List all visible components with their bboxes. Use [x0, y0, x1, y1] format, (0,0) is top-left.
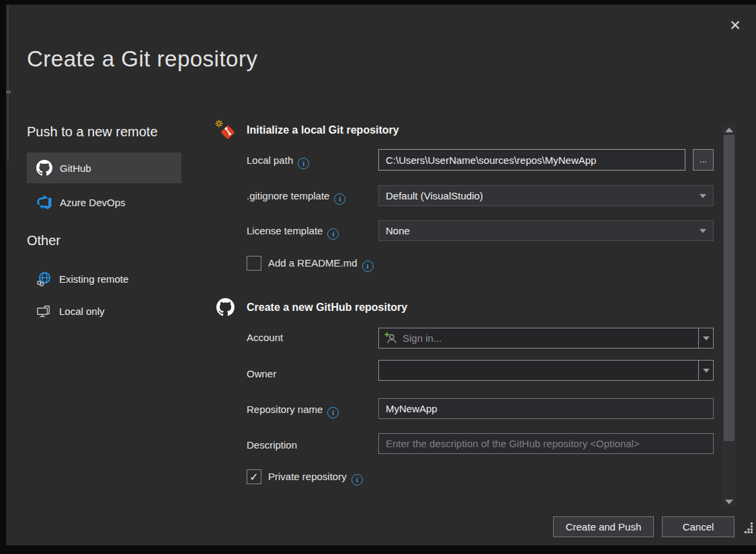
dropdown-arrow-button[interactable] [698, 328, 713, 348]
browse-button[interactable]: ... [693, 149, 714, 171]
dialog-title: Create a Git repository [27, 46, 257, 72]
dropdown-arrow-button[interactable] [698, 361, 713, 380]
info-icon[interactable]: i [298, 158, 309, 169]
gitignore-template-dropdown[interactable]: Default (VisualStudio) [378, 185, 714, 206]
cancel-button[interactable]: Cancel [662, 516, 734, 537]
private-repository-checkbox[interactable]: ✓ [247, 469, 261, 484]
chevron-down-icon [700, 194, 706, 198]
description-label: Description [247, 439, 297, 451]
close-icon: ✕ [729, 17, 741, 34]
git-new-repo-icon [215, 120, 238, 145]
check-icon: ✓ [249, 471, 258, 483]
local-path-label: Local pathi [247, 154, 309, 169]
license-template-label: License templatei [247, 225, 339, 240]
sidebar-item-azure-devops[interactable]: Azure DevOps [27, 189, 181, 216]
local-computer-icon [36, 304, 52, 319]
owner-combobox[interactable] [378, 360, 714, 381]
vertical-scrollbar[interactable] [722, 124, 736, 507]
repository-name-label: Repository namei [247, 404, 339, 418]
create-github-section-heading: Create a new GitHub repository [247, 302, 407, 314]
description-input[interactable] [378, 433, 714, 454]
license-template-dropdown[interactable]: None [378, 220, 714, 241]
chevron-down-icon [703, 369, 710, 373]
close-button[interactable]: ✕ [724, 14, 747, 37]
add-readme-checkbox[interactable] [247, 256, 261, 271]
remote-globe-icon [36, 271, 52, 287]
window-edge-artifact [7, 5, 9, 160]
initialize-local-section-heading: Initialize a local Git repository [247, 124, 399, 136]
sidebar-section-other-heading: Other [27, 233, 60, 248]
info-icon[interactable]: i [351, 474, 363, 486]
sidebar-item-label: Azure DevOps [60, 197, 126, 208]
sidebar-item-label: Existing remote [59, 273, 128, 285]
sidebar-item-local-only[interactable]: Local only [27, 298, 181, 324]
triangle-down-icon [725, 500, 733, 504]
account-combobox[interactable]: Sign in... [378, 328, 714, 349]
account-label: Account [247, 332, 283, 343]
info-icon[interactable]: i [327, 407, 339, 418]
scrollbar-thumb[interactable] [724, 135, 734, 441]
sidebar-item-label: Local only [59, 306, 105, 317]
github-icon [36, 160, 52, 176]
azure-devops-icon [36, 194, 52, 210]
screen: ✕ Create a Git repository Push to a new … [0, 0, 756, 554]
account-placeholder: Sign in... [403, 332, 442, 344]
owner-label: Owner [247, 368, 276, 379]
repository-name-input[interactable] [378, 398, 714, 419]
sidebar-item-label: GitHub [60, 163, 91, 174]
resize-grip[interactable] [743, 522, 753, 536]
sidebar-section-push-heading: Push to a new remote [27, 124, 158, 140]
info-icon[interactable]: i [334, 193, 345, 205]
window-edge-tick [6, 91, 11, 93]
add-user-icon [384, 332, 397, 344]
scroll-up-button[interactable] [722, 124, 736, 135]
sidebar-item-existing-remote[interactable]: Existing remote [27, 266, 181, 291]
scroll-down-button[interactable] [722, 496, 736, 507]
private-repository-label: Private repositoryi [268, 471, 363, 486]
chevron-down-icon [700, 229, 706, 233]
info-icon[interactable]: i [327, 228, 339, 240]
add-readme-label: Add a README.mdi [268, 257, 374, 272]
create-and-push-button[interactable]: Create and Push [553, 516, 654, 537]
chevron-down-icon [703, 336, 710, 340]
github-icon [216, 298, 235, 319]
sidebar-item-github[interactable]: GitHub [27, 152, 181, 183]
triangle-up-icon [725, 128, 733, 132]
local-path-input[interactable] [378, 149, 685, 171]
create-git-repository-dialog: ✕ Create a Git repository Push to a new … [6, 5, 756, 545]
info-icon[interactable]: i [362, 261, 374, 272]
gitignore-template-label: .gitignore templatei [247, 190, 345, 205]
